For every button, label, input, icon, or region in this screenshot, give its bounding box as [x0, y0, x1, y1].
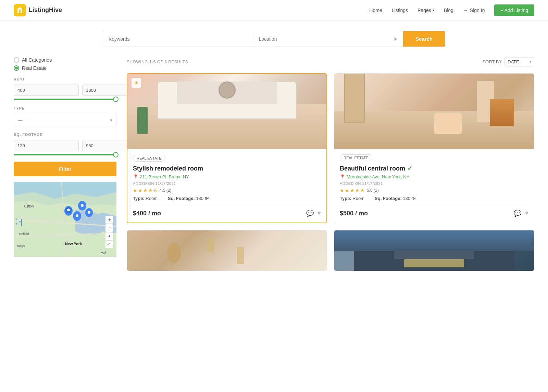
search-button[interactable]: Search	[403, 31, 445, 47]
type-label: TYPE	[14, 106, 116, 110]
card-badge: REAL ESTATE	[133, 155, 165, 162]
sq-range-inputs	[14, 140, 116, 151]
type-filter: TYPE — Room House Apartment ▾	[14, 106, 116, 126]
real-estate-option[interactable]: Real Estate	[14, 65, 116, 71]
heart-icon[interactable]: ♥	[317, 210, 321, 217]
nav-home[interactable]: Home	[369, 8, 382, 13]
card-image-wrap	[334, 74, 534, 149]
nav-signin[interactable]: → Sign In	[463, 8, 485, 13]
sort-select[interactable]: DATE PRICE RATING	[505, 57, 534, 66]
nav-blog[interactable]: Blog	[444, 8, 453, 13]
svg-text:range: range	[17, 244, 25, 248]
listing-card: REAL ESTATE Beautiful central room ✓ 📍 M…	[334, 73, 534, 223]
location-input[interactable]	[259, 36, 390, 42]
svg-point-13	[88, 211, 90, 214]
results-header: SHOWING 1-6 OF 6 RESULTS SORT BY DATE PR…	[127, 57, 534, 66]
sidebar: All Categories Real Estate RENT TY	[14, 54, 116, 271]
star-4: ★	[148, 188, 153, 193]
heart-icon[interactable]: ♥	[525, 210, 528, 217]
all-categories-option[interactable]: All Categories	[14, 57, 116, 63]
card-badge: REAL ESTATE	[340, 154, 372, 161]
card-address: 📍 Morningside Ave, New York, NY	[340, 174, 528, 179]
card-body: REAL ESTATE Beautiful central room ✓ 📍 M…	[334, 149, 534, 223]
rent-label: RENT	[14, 77, 116, 81]
sq-slider-track	[14, 154, 116, 155]
radio-all-categories	[14, 57, 19, 63]
search-bar: ➤ Search	[103, 31, 445, 47]
nav-pages[interactable]: Pages ▾	[418, 8, 434, 13]
rent-slider-thumb[interactable]	[113, 97, 119, 102]
rating-text: 4.5 (2)	[160, 188, 172, 193]
card-sqfootage: Sq. Footage: 130 ft²	[375, 196, 415, 201]
svg-point-11	[76, 214, 78, 217]
sort-select-wrap: DATE PRICE RATING ▾	[505, 57, 534, 66]
svg-text:⑩: ⑩	[15, 218, 17, 220]
svg-point-7	[67, 208, 70, 211]
rent-range-inputs	[14, 85, 116, 96]
card-address: 📍 211 Brown Pl, Bronx, NY	[133, 174, 321, 179]
card-added: ADDED ON 11/17/2021	[340, 181, 528, 186]
card-stars: ★ ★ ★ ★ ½ 4.5 (2)	[133, 188, 321, 193]
svg-text:omfield: omfield	[19, 232, 29, 236]
card-actions: 💬 ♥	[514, 210, 528, 217]
add-listing-button[interactable]: + Add Listing	[494, 4, 534, 16]
content-area: SHOWING 1-6 OF 6 RESULTS SORT BY DATE PR…	[127, 54, 534, 271]
svg-text:▲: ▲	[108, 234, 111, 238]
logo-icon	[14, 4, 26, 16]
header: ListingHive Home Listings Pages ▾ Blog →…	[0, 0, 548, 21]
svg-text:⑨: ⑨	[15, 223, 17, 225]
svg-text:Vall: Vall	[101, 251, 106, 254]
location-arrow-icon: ➤	[393, 36, 398, 42]
comment-icon[interactable]: 💬	[306, 210, 314, 217]
signin-icon: →	[463, 8, 468, 13]
svg-text:+: +	[108, 217, 111, 222]
listing-card: ★ REAL ESTATE Stylish remodeled room 📍 2…	[127, 73, 327, 223]
signin-label: Sign In	[470, 8, 485, 13]
rent-filter: RENT	[14, 77, 116, 100]
card-image-4	[334, 230, 534, 271]
main-nav: Home Listings Pages ▾ Blog → Sign In + A…	[369, 4, 534, 16]
svg-point-0	[19, 9, 21, 11]
results-count: SHOWING 1-6 OF 6 RESULTS	[127, 60, 188, 64]
sq-slider-fill	[14, 154, 116, 155]
card-price: $500 / mo	[340, 210, 368, 217]
radio-real-estate	[14, 65, 19, 71]
star-3: ★	[143, 188, 148, 193]
star-4: ★	[355, 188, 360, 193]
location-pin-icon: 📍	[340, 174, 345, 179]
logo: ListingHive	[14, 4, 62, 16]
star-1: ★	[133, 188, 137, 193]
rent-min-input[interactable]	[14, 85, 79, 96]
card-image-1	[127, 74, 326, 149]
card-stars: ★ ★ ★ ★ ★ 5.0 (2)	[340, 188, 528, 193]
filter-button[interactable]: Filter	[14, 162, 116, 176]
type-select[interactable]: — Room House Apartment	[14, 114, 116, 126]
nav-listings[interactable]: Listings	[392, 8, 408, 13]
svg-text:New York: New York	[65, 242, 82, 246]
sqfootage-label: SQ. FOOTAGE	[14, 132, 116, 137]
card-sqfootage: Sq. Footage: 130 ft²	[168, 196, 209, 201]
rent-slider-track	[14, 99, 116, 100]
card-type: Type: Room	[133, 196, 158, 201]
category-filter: All Categories Real Estate	[14, 57, 116, 71]
svg-point-9	[81, 204, 84, 207]
sort-label: SORT BY	[482, 59, 502, 64]
map-container: Clifton omfield range New York Vall + − …	[14, 182, 116, 257]
keywords-input[interactable]	[103, 31, 253, 47]
logo-text: ListingHive	[29, 7, 62, 14]
listing-card-3	[127, 230, 327, 271]
star-2: ★	[345, 188, 349, 193]
card-image-3	[127, 230, 327, 271]
card-type: Type: Room	[340, 196, 364, 201]
comment-icon[interactable]: 💬	[514, 210, 521, 217]
star-1: ★	[340, 188, 344, 193]
card-footer: $400 / mo 💬 ♥	[133, 205, 321, 217]
nav-pages-label: Pages	[418, 8, 431, 13]
card-title: Beautiful central room ✓	[340, 165, 528, 172]
sq-slider-thumb[interactable]	[113, 152, 119, 157]
sort-wrap: SORT BY DATE PRICE RATING ▾	[482, 57, 534, 66]
star-5: ★	[360, 188, 365, 193]
sq-min-input[interactable]	[14, 140, 79, 151]
card-title: Stylish remodeled room	[133, 165, 321, 172]
real-estate-label: Real Estate	[22, 65, 47, 71]
